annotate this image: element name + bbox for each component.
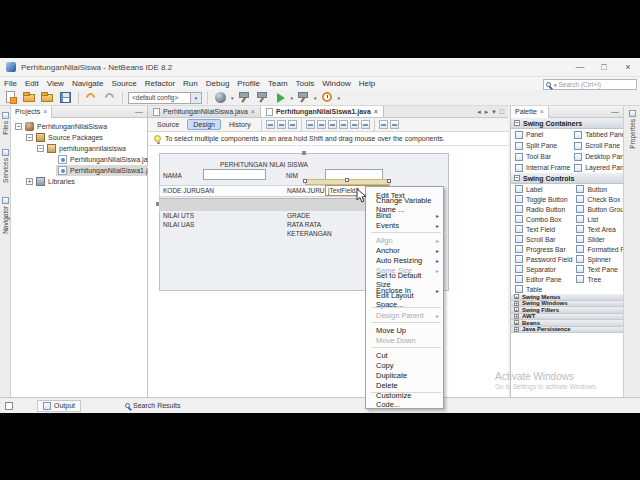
context-menu-item[interactable]: Delete ▸ [366,380,443,390]
context-menu-item[interactable]: Design Parent ▸ [366,310,443,320]
preview-design-icon[interactable] [288,120,297,129]
tree-expander-icon[interactable] [15,123,22,130]
context-menu-item[interactable]: Move Up ▸ [366,325,443,335]
close-icon[interactable]: × [43,108,47,115]
selection-handle[interactable] [387,179,391,183]
minimize-panel-icon[interactable]: — [135,107,143,117]
dock-tab[interactable]: Services [2,149,9,183]
tree-expander-icon[interactable] [37,145,44,152]
debug-project-button[interactable] [296,90,311,105]
expand-icon[interactable] [514,327,519,332]
close-button[interactable]: × [616,58,640,76]
menu-item[interactable]: Refactor [141,78,179,90]
context-menu-item[interactable]: Anchor ▸ [366,245,443,255]
view-toggle-button[interactable]: Design [187,119,221,130]
align-baseline-icon[interactable] [361,120,370,129]
menu-item[interactable]: File [0,78,21,90]
connection-mode-icon[interactable] [277,120,286,129]
run-project-button[interactable] [273,90,288,105]
close-icon[interactable]: × [540,108,544,115]
nilai-uts-label[interactable]: NILAI UTS [163,212,194,219]
context-menu-item[interactable]: Auto Resizing ▸ [366,255,443,265]
context-menu-item[interactable]: Customize Code... ▸ [366,395,443,405]
editor-tab[interactable]: PerhitunganNilaiSiswa.java × [148,106,261,117]
palette-item[interactable]: Tool Bar [511,151,570,162]
palette-item[interactable]: Split Pane [511,140,570,151]
resizable-horizontal-icon[interactable] [379,120,388,129]
tree-row[interactable]: PerhitunganNilaiSiswa1.java [11,165,147,176]
caret-down-icon[interactable]: ▾ [231,95,234,101]
caret-down-icon[interactable]: ▾ [291,95,294,101]
expand-icon[interactable] [514,301,519,306]
palette-item[interactable]: Internal Frame [511,162,570,173]
config-combo[interactable]: <default config> ▾ [128,92,202,104]
palette-item[interactable]: Scroll Pane [570,140,628,151]
palette-item[interactable]: Panel [511,129,570,140]
kode-jurusan-label[interactable]: KODE JURUSAN [163,187,214,194]
grade-label[interactable]: GRADE [287,212,310,219]
close-icon[interactable]: × [374,108,378,115]
palette-item[interactable]: Progress Bar [511,244,572,254]
nilai-uas-label[interactable]: NILAI UAS [163,221,194,228]
dock-tab[interactable]: Properties [629,110,636,149]
align-left-icon[interactable] [306,120,315,129]
clean-project-button[interactable] [255,90,270,105]
expand-icon[interactable] [514,314,519,319]
tree-expander-icon[interactable] [26,134,33,141]
form-title-label[interactable]: PERHITUNGAN NILAI SISWA [159,161,369,168]
context-menu-item[interactable]: Align ▸ [366,235,443,245]
menu-item[interactable]: Window [318,78,354,90]
scroll-left-icon[interactable]: ◂ [477,108,481,116]
menu-item[interactable]: Tools [292,78,319,90]
rata-rata-label[interactable]: RATA RATA [287,221,321,228]
palette-item[interactable]: Table [511,284,572,294]
align-top-icon[interactable] [339,120,348,129]
palette-item[interactable]: Desktop Pane [570,151,628,162]
editor-tab[interactable]: PerhitunganNilaiSiswa1.java × [261,106,384,117]
undo-button[interactable] [84,90,99,105]
menu-item[interactable]: Navigate [68,78,108,90]
tab-palette[interactable]: Palette × [511,106,549,118]
new-file-button[interactable] [4,90,19,105]
expand-icon[interactable] [514,294,519,299]
close-icon[interactable]: × [251,108,255,115]
section-swing-controls[interactable]: Swing Controls [511,173,623,184]
palette-item[interactable]: Radio Button [511,204,572,214]
dock-tab[interactable]: Files [2,112,9,135]
view-toggle-button[interactable]: History [223,119,257,130]
build-project-button[interactable] [237,90,252,105]
menu-item[interactable]: Team [264,78,292,90]
palette-item[interactable]: Tabbed Pane [570,129,628,140]
maximize-view-icon[interactable]: □ [500,108,504,115]
tree-row[interactable]: Libraries [11,176,147,187]
context-menu-item[interactable]: Cut ▸ [366,350,443,360]
context-menu-item[interactable]: Change Variable Name ... ▸ [366,200,443,210]
context-menu-item[interactable]: Events ▸ [366,220,443,230]
palette-item[interactable]: Scroll Bar [511,234,572,244]
palette-item[interactable]: Editor Pane [511,274,572,284]
nama-label[interactable]: NAMA [163,172,182,179]
palette-item[interactable]: Separator [511,264,572,274]
menu-item[interactable]: Edit [21,78,43,90]
expand-icon[interactable] [514,307,519,312]
tree-row[interactable]: perhitungannilaisiswa [11,143,147,154]
selection-handle[interactable] [345,178,349,182]
palette-item[interactable]: Text Field [511,224,572,234]
collapse-icon[interactable] [514,175,520,181]
context-menu-item[interactable]: Duplicate ▸ [366,370,443,380]
resizable-vertical-icon[interactable] [390,120,399,129]
minimize-panel-icon[interactable]: — [611,107,619,117]
search-results-tab[interactable]: Search Results [125,402,180,409]
scroll-right-icon[interactable]: ▸ [485,108,489,116]
save-all-button[interactable] [58,90,73,105]
keterangan-label[interactable]: KETERANGAN [287,230,332,237]
open-project-button[interactable] [40,90,55,105]
align-right-icon[interactable] [317,120,326,129]
window-layout-icon[interactable] [5,402,13,410]
align-center-icon[interactable] [328,120,337,129]
dock-tab[interactable]: Navigator [2,197,9,234]
menu-item[interactable]: Source [107,78,140,90]
new-project-button[interactable] [22,90,37,105]
selection-handle[interactable] [303,179,307,183]
palette-item[interactable]: Label [511,184,572,194]
